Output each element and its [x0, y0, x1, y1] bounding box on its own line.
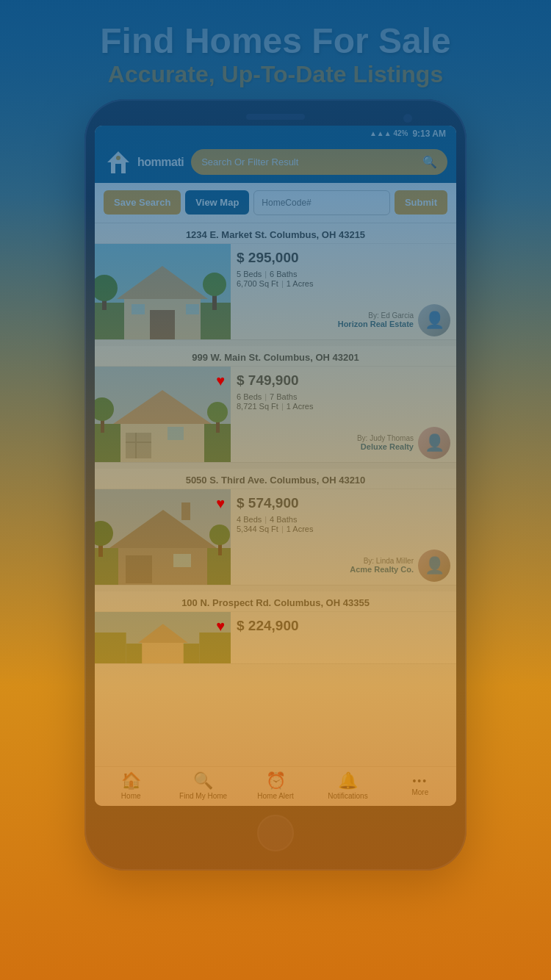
- heart-icon-3[interactable]: ♥: [216, 495, 225, 512]
- background-overlay: [0, 0, 551, 980]
- heart-icon-4[interactable]: ♥: [216, 618, 225, 635]
- heart-icon-2[interactable]: ♥: [216, 372, 225, 389]
- page-container: Find Homes For Sale Accurate, Up-To-Date…: [0, 0, 551, 980]
